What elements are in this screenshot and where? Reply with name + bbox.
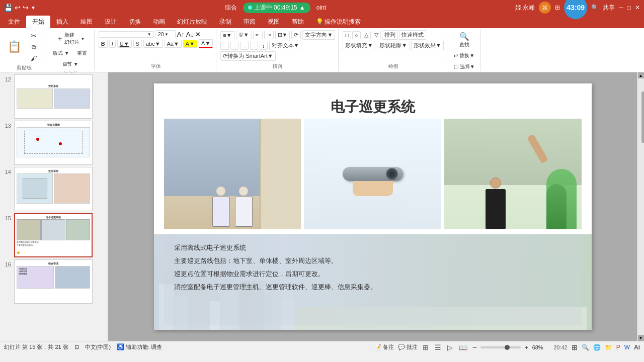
share-label[interactable]: 共享 xyxy=(603,4,615,12)
clear-format-btn[interactable]: ✕ xyxy=(195,31,201,38)
shape-more-btn[interactable]: ▽ xyxy=(372,31,381,39)
tab-design[interactable]: 设计 xyxy=(99,16,123,28)
tab-slideshow[interactable]: 幻灯片放映 xyxy=(171,16,213,28)
zoom-in-btn[interactable]: + xyxy=(525,344,528,350)
tab-view[interactable]: 视图 xyxy=(262,16,286,28)
zoom-out-btn[interactable]: ─ xyxy=(472,344,476,350)
text-highlight-btn[interactable]: A▼ xyxy=(183,40,197,48)
shape-circle-btn[interactable]: ○ xyxy=(352,31,361,39)
notes-btn[interactable]: 📝 备注 xyxy=(374,343,394,351)
line-spacing-btn[interactable]: ↕ xyxy=(260,42,268,50)
bold-button[interactable]: B xyxy=(99,40,108,48)
canvas-area[interactable]: 电子巡更系统 xyxy=(108,72,637,341)
tab-animations[interactable]: 动画 xyxy=(147,16,171,28)
minimize-btn[interactable]: ─ xyxy=(619,4,623,11)
font-color-btn[interactable]: A▼ xyxy=(199,39,213,48)
italic-button[interactable]: I xyxy=(109,40,116,48)
slide-img-13[interactable]: 设备布置图 xyxy=(14,121,93,165)
slide-thumb-12[interactable]: 12 安防系统 xyxy=(2,74,106,119)
accessibility-icon[interactable]: ♿ xyxy=(117,343,124,350)
slide-canvas[interactable]: 电子巡更系统 xyxy=(154,83,592,330)
shape-triangle-btn[interactable]: △ xyxy=(362,31,371,39)
align-right-btn[interactable]: ≡ xyxy=(240,42,248,50)
fit-icon[interactable]: ⊡ xyxy=(74,344,79,350)
numbering-btn[interactable]: ①▼ xyxy=(236,31,252,39)
section-button[interactable]: ⊞节 ▼ xyxy=(60,59,81,69)
shape-effect-btn[interactable]: 形状效果▼ xyxy=(411,41,444,50)
search-ribbon-icon[interactable]: 🔍 xyxy=(591,4,599,11)
tab-search[interactable]: 💡 操作说明搜索 xyxy=(310,16,367,28)
slide-thumb-13[interactable]: 13 设备布置图 xyxy=(2,121,106,165)
bullets-btn[interactable]: ≡▼ xyxy=(220,31,234,39)
increase-font-btn[interactable]: A↑ xyxy=(177,31,185,38)
slide-img-16[interactable]: 综合管理 · 管理内容 · 系统功能 · 操作规程 xyxy=(14,259,93,304)
underline-button[interactable]: U▼ xyxy=(117,40,132,48)
decrease-font-btn[interactable]: A↓ xyxy=(186,31,194,38)
strikethrough-button[interactable]: S xyxy=(133,40,142,48)
comments-btn[interactable]: 💬 批注 xyxy=(398,343,418,351)
reset-button[interactable]: 重置 xyxy=(73,48,91,58)
cut-button[interactable]: ✂ xyxy=(25,30,43,41)
font-size-caret[interactable]: ▼ xyxy=(165,32,169,37)
tab-file[interactable]: 文件 xyxy=(2,16,26,28)
save-icon[interactable]: 💾 xyxy=(4,4,13,12)
new-slide-button[interactable]: ＋ 新建幻灯片 ▼ xyxy=(54,30,87,47)
quick-styles-btn[interactable]: 快速样式 xyxy=(399,30,426,40)
scroll-up-btn[interactable]: ▲ xyxy=(638,72,644,78)
align-objects-btn[interactable]: 对齐文本▼ xyxy=(269,41,302,50)
tab-home[interactable]: 开始 xyxy=(26,16,50,28)
justify-btn[interactable]: ≡ xyxy=(250,42,258,50)
window-layout-icon[interactable]: ⊞ xyxy=(555,4,560,11)
font-size-dropdown[interactable]: 20 ▼ xyxy=(155,30,176,38)
replace-button[interactable]: ⇄ 替换▼ xyxy=(451,51,477,61)
customize-icon[interactable]: ▼ xyxy=(31,5,36,11)
close-btn[interactable]: ✕ xyxy=(635,4,640,11)
taskbar-file-explorer-btn[interactable]: 📁 xyxy=(605,344,612,351)
view-outline-btn[interactable]: ☰ xyxy=(434,343,442,351)
decrease-indent-btn[interactable]: ⇤ xyxy=(253,31,263,39)
taskbar-word-btn[interactable]: W xyxy=(624,344,630,351)
convert-smartart-btn[interactable]: ⟳转换为 SmartArt▼ xyxy=(220,51,275,61)
columns-btn[interactable]: ⊞▼ xyxy=(275,31,290,39)
copy-button[interactable]: ⧉ xyxy=(25,42,43,52)
shape-fill-btn[interactable]: 形状填充▼ xyxy=(343,41,375,50)
font-name-caret[interactable]: ▼ xyxy=(147,32,151,37)
increase-indent-btn[interactable]: ⇥ xyxy=(264,31,274,39)
restore-btn[interactable]: □ xyxy=(627,4,631,11)
undo-icon[interactable]: ↩ xyxy=(15,4,21,12)
view-slideshow-btn[interactable]: ▷ xyxy=(446,343,454,351)
right-scrollbar[interactable]: ▲ ▼ xyxy=(637,72,644,341)
font-name-dropdown[interactable]: ▼ xyxy=(99,31,154,38)
view-normal-btn[interactable]: ⊞ xyxy=(422,343,430,351)
shape-rect-btn[interactable]: □ xyxy=(343,31,351,39)
shape-arrange-btn[interactable]: 排列 xyxy=(382,30,398,40)
slide-thumb-14[interactable]: 14 监控系统 xyxy=(2,167,106,211)
new-slide-caret[interactable]: ▼ xyxy=(80,37,85,41)
redo-icon[interactable]: ↪ xyxy=(23,4,29,12)
font-case-btn[interactable]: Aa▼ xyxy=(165,40,182,48)
slide-thumb-16[interactable]: 16 综合管理 · 管理内容 · 系统功能 · 操作规程 xyxy=(2,259,106,304)
tab-record[interactable]: 录制 xyxy=(213,16,237,28)
text-direction-btn[interactable]: ⟳ xyxy=(291,31,301,39)
taskbar-powerpoint-btn[interactable]: P xyxy=(616,344,620,351)
zoom-thumb[interactable] xyxy=(505,345,510,350)
window-controls-left[interactable]: 💾 ↩ ↪ ▼ xyxy=(4,4,36,12)
user-avatar[interactable]: 姬 xyxy=(539,2,551,14)
paste-button[interactable]: 📋 xyxy=(5,39,24,55)
tab-draw[interactable]: 绘图 xyxy=(74,16,99,28)
slide-thumb-15[interactable]: 15 电子巡更系统 采用离线式电子巡更系统 主要巡更路线包括... xyxy=(2,213,106,257)
align-center-btn[interactable]: ≡ xyxy=(230,42,238,50)
scroll-thumb[interactable] xyxy=(641,92,645,143)
tab-transitions[interactable]: 切换 xyxy=(123,16,147,28)
slide-img-12[interactable]: 安防系统 xyxy=(14,74,93,119)
align-text-btn[interactable]: 文字方向▼ xyxy=(302,30,335,40)
slide-img-14[interactable]: 监控系统 xyxy=(14,167,93,211)
slide-img-15[interactable]: 电子巡更系统 采用离线式电子巡更系统 主要巡更路线包括... xyxy=(14,213,93,257)
session-expand-icon[interactable]: ▲ xyxy=(299,4,305,11)
taskbar-start-btn[interactable]: ⊞ xyxy=(572,343,578,351)
taskbar-edge-btn[interactable]: 🌐 xyxy=(593,344,601,351)
tab-review[interactable]: 审阅 xyxy=(237,16,262,28)
layout-button[interactable]: 版式 ▼ xyxy=(50,48,72,58)
char-spacing-btn[interactable]: abc▼ xyxy=(143,40,163,48)
scroll-down-btn[interactable]: ▼ xyxy=(638,335,644,341)
